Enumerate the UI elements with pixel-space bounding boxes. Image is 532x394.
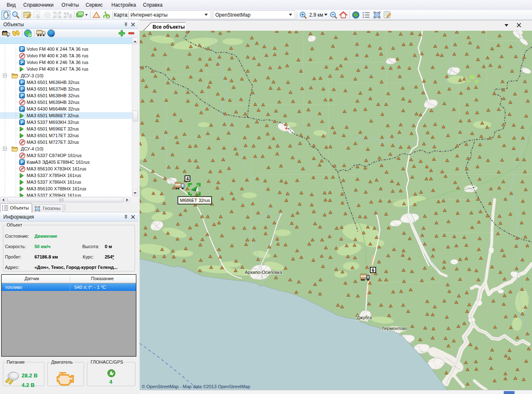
- svg-text:6: 6: [372, 268, 374, 273]
- svg-text:Архипо-Осиповка: Архипо-Осиповка: [245, 270, 283, 275]
- svg-text:М686ЕТ 32rus: М686ЕТ 32rus: [180, 198, 210, 203]
- svg-text:P: P: [20, 60, 23, 65]
- svg-text:P: P: [20, 80, 23, 85]
- svg-text:Лермонтово: Лермонтово: [382, 326, 407, 331]
- svg-text:$: $: [107, 15, 109, 19]
- svg-text:Все объекты: Все объекты: [153, 24, 185, 30]
- svg-text:© OpenStreetMap - Map data ©20: © OpenStreetMap - Map data ©2013 OpenStr…: [142, 384, 250, 389]
- svg-text:4: 4: [186, 176, 189, 181]
- svg-text:P: P: [20, 86, 23, 91]
- svg-text:P: P: [20, 106, 23, 111]
- svg-text:P: P: [20, 93, 23, 98]
- svg-text:P: P: [20, 160, 23, 165]
- svg-text:P: P: [20, 47, 23, 52]
- svg-text:Джубга: Джубга: [357, 315, 372, 320]
- svg-text:P: P: [20, 120, 23, 125]
